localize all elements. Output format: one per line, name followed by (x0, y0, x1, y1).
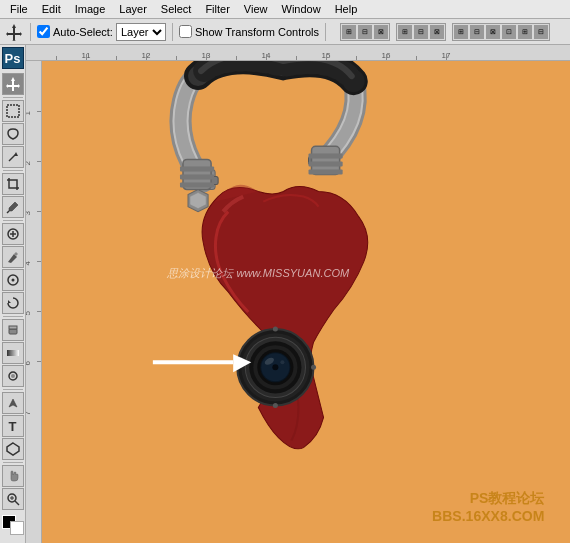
ruler-subtick-1 (56, 56, 57, 60)
menu-select[interactable]: Select (155, 2, 198, 16)
canvas-container: 11 12 13 14 15 16 17 (26, 45, 570, 543)
tool-sep-4 (3, 316, 23, 317)
svg-point-16 (11, 374, 15, 378)
menu-layer[interactable]: Layer (113, 2, 153, 16)
transform-icons-group: ⊞ ⊟ ⊠ ⊞ ⊟ ⊠ ⊞ ⊟ ⊠ ⊡ ⊞ ⊟ (340, 23, 550, 41)
ruler-tick-13 (206, 54, 207, 60)
ruler-tick-v-2 (37, 161, 41, 162)
lasso-tool[interactable] (2, 123, 24, 145)
svg-marker-4 (14, 152, 18, 156)
align-top-icon[interactable]: ⊞ (398, 25, 412, 39)
svg-marker-1 (6, 77, 20, 91)
distribute-left-icon[interactable]: ⊞ (454, 25, 468, 39)
distribute-center-h-icon[interactable]: ⊟ (470, 25, 484, 39)
blur-tool[interactable] (2, 365, 24, 387)
toolbar: Auto-Select: Layer Show Transform Contro… (0, 19, 570, 45)
white-arrow (153, 354, 251, 372)
align-middle-v-icon[interactable]: ⊟ (414, 25, 428, 39)
selection-tool[interactable] (2, 100, 24, 122)
menu-help[interactable]: Help (329, 2, 364, 16)
ruler-tick-v-6 (37, 361, 41, 362)
menu-edit[interactable]: Edit (36, 2, 67, 16)
left-pipe-connector (180, 159, 214, 189)
ruler-tick-12 (146, 54, 147, 60)
healing-tool[interactable] (2, 223, 24, 245)
zoom-tool[interactable] (2, 488, 24, 510)
ruler-mark-v-7: 7 (26, 411, 32, 415)
right-pipe-connector (309, 146, 343, 174)
align-center-h-icon[interactable]: ⊟ (358, 25, 372, 39)
eraser-tool[interactable] (2, 319, 24, 341)
crop-tool[interactable] (2, 173, 24, 195)
align-left-icon[interactable]: ⊞ (342, 25, 356, 39)
align-bottom-icon[interactable]: ⊠ (430, 25, 444, 39)
ruler-tick-17 (446, 54, 447, 60)
ps-logo: Ps (2, 47, 24, 69)
eyedropper-tool[interactable] (2, 196, 24, 218)
menu-image[interactable]: Image (69, 2, 112, 16)
svg-rect-31 (309, 153, 343, 158)
svg-point-46 (272, 364, 278, 370)
hand-tool[interactable] (2, 465, 24, 487)
watermark-bottom-2: BBS.16XX8.COM (432, 508, 544, 524)
move-tool[interactable] (2, 73, 24, 95)
brush-tool[interactable] (2, 246, 24, 268)
ruler-left: 1 2 3 4 5 6 7 (26, 61, 42, 543)
distribute-right-icon[interactable]: ⊠ (486, 25, 500, 39)
ruler-subtick-3 (176, 56, 177, 60)
show-transform-checkbox[interactable] (179, 25, 192, 38)
distribute-top-icon[interactable]: ⊡ (502, 25, 516, 39)
tool-sep-6 (3, 462, 23, 463)
svg-point-48 (273, 403, 278, 408)
tool-sep-5 (3, 389, 23, 390)
corrugated-hose (198, 61, 354, 81)
svg-rect-27 (180, 166, 214, 171)
ruler-tick-v-5 (37, 311, 41, 312)
svg-rect-2 (7, 105, 19, 117)
svg-marker-11 (8, 300, 11, 303)
distribute-bottom-icon[interactable]: ⊟ (534, 25, 548, 39)
layer-select[interactable]: Layer (116, 23, 166, 41)
ruler-mark-v-4: 4 (26, 261, 32, 265)
ruler-tick-16 (386, 54, 387, 60)
toolbox: Ps (0, 45, 26, 543)
align-right-icon[interactable]: ⊠ (374, 25, 388, 39)
svg-line-5 (7, 211, 9, 213)
ruler-mark-v-3: 3 (26, 211, 32, 215)
main-area: Ps (0, 45, 570, 543)
ruler-tick-11 (86, 54, 87, 60)
svg-point-50 (311, 365, 316, 370)
clone-tool[interactable] (2, 269, 24, 291)
ruler-mark-v-1: 1 (26, 111, 32, 115)
svg-point-45 (280, 360, 284, 364)
distribute-middle-v-icon[interactable]: ⊞ (518, 25, 532, 39)
move-tool-icon[interactable] (4, 22, 24, 42)
ruler-mark-v-2: 2 (26, 161, 32, 165)
watermark-center-text: 思涂设计论坛 www.MISSYUAN.COM (166, 267, 350, 279)
shape-tool[interactable] (2, 438, 24, 460)
menu-filter[interactable]: Filter (199, 2, 235, 16)
text-tool[interactable]: T (2, 415, 24, 437)
toolbar-separator-2 (172, 23, 173, 41)
svg-rect-32 (309, 161, 343, 166)
svg-point-10 (11, 279, 14, 282)
background-color[interactable] (10, 521, 24, 535)
history-tool[interactable] (2, 292, 24, 314)
heart-shape (202, 185, 368, 449)
gradient-tool[interactable] (2, 342, 24, 364)
svg-rect-54 (153, 360, 233, 364)
svg-rect-14 (7, 350, 19, 356)
svg-marker-17 (7, 443, 19, 455)
svg-rect-13 (9, 326, 17, 329)
menu-window[interactable]: Window (276, 2, 327, 16)
svg-rect-33 (309, 169, 343, 174)
pen-tool[interactable] (2, 392, 24, 414)
menu-view[interactable]: View (238, 2, 274, 16)
tool-sep-1 (3, 97, 23, 98)
menu-file[interactable]: File (4, 2, 34, 16)
auto-select-checkbox[interactable] (37, 25, 50, 38)
toolbar-separator-1 (30, 23, 31, 41)
svg-rect-29 (180, 183, 214, 188)
wand-tool[interactable] (2, 146, 24, 168)
auto-select-label: Auto-Select: (53, 26, 113, 38)
